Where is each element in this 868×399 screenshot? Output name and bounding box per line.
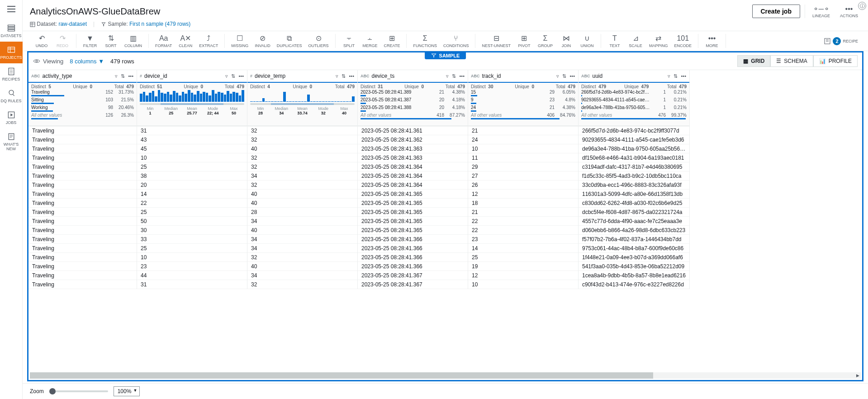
cell[interactable]: 25 — [137, 208, 247, 217]
cell[interactable]: Traveling — [28, 144, 137, 153]
range-slider[interactable] — [250, 103, 355, 105]
cell[interactable]: 19 — [468, 262, 578, 271]
cell[interactable]: Traveling — [28, 262, 137, 271]
cell[interactable]: 2023-05-25 08:28:41.367 — [358, 271, 468, 280]
filter-icon[interactable]: ▿ — [556, 73, 560, 80]
view-grid-button[interactable]: ▦ GRID — [737, 55, 770, 67]
cell[interactable]: de96a3e4-788b-41ba-9750-605aa25b5601 — [579, 144, 689, 153]
cell[interactable]: 31 — [137, 126, 247, 135]
cell[interactable]: 2023-05-25 08:28:41.366 — [358, 244, 468, 253]
lineage-button[interactable]: ⚬─⚬LINEAGE — [810, 4, 833, 19]
cell[interactable]: 2023-05-25 08:28:41.363 — [358, 144, 468, 153]
sort-icon[interactable]: ⇅ — [120, 73, 125, 80]
cell[interactable]: 29 — [468, 162, 578, 171]
cell[interactable]: 116301a3-5099-4dfc-a80e-66d1358f13db — [579, 190, 689, 199]
filter-icon[interactable]: ▿ — [114, 73, 118, 80]
cell[interactable]: Traveling — [28, 226, 137, 235]
filter-icon[interactable]: ▿ — [225, 73, 228, 80]
cell[interactable]: 2023-05-25 08:28:41.364 — [358, 162, 468, 171]
undo-button[interactable]: ↶UNDO — [34, 34, 49, 48]
cell[interactable]: 10 — [468, 280, 578, 289]
cell[interactable]: 12 — [468, 190, 578, 199]
cell[interactable]: 28 — [247, 208, 357, 217]
cell[interactable]: 31 — [137, 280, 247, 289]
scroll-thumb[interactable] — [30, 372, 653, 379]
extract-button[interactable]: ⤴EXTRACT — [199, 34, 218, 48]
cell[interactable]: 43 — [137, 135, 247, 144]
cell[interactable]: Traveling — [28, 199, 137, 208]
filter-icon[interactable]: ▿ — [446, 73, 449, 80]
column-header[interactable]: # device_temp ▿ ⇅ ••• — [247, 70, 357, 83]
duplicates-button[interactable]: ⧉DUPLICATES — [277, 34, 302, 48]
cell[interactable]: df150e68-e466-4a31-b904-6a193aec0181 — [579, 153, 689, 162]
cell[interactable]: 33 — [137, 235, 247, 244]
cell[interactable]: c90f43d2-b413-474e-976c-e3227ed8226d — [579, 280, 689, 289]
column-menu-icon[interactable]: ••• — [680, 73, 687, 79]
create-job-button[interactable]: Create job — [752, 5, 800, 18]
nav-whats-new[interactable]: WHAT'S NEW — [0, 128, 23, 155]
range-slider[interactable] — [140, 103, 244, 105]
cell[interactable]: 30 — [137, 226, 247, 235]
cell[interactable]: 34 — [247, 171, 357, 180]
cell[interactable]: 40 — [247, 199, 357, 208]
nav-datasets[interactable]: DATASETS — [0, 20, 23, 42]
mapping-button[interactable]: ⇄MAPPING — [649, 34, 668, 48]
nav-projects[interactable]: PROJECTS — [0, 42, 23, 63]
columns-dropdown[interactable]: 8 columns ▼ — [70, 58, 104, 65]
sort-icon[interactable]: ⇅ — [673, 73, 678, 80]
pivot-button[interactable]: ⊞PIVOT — [517, 34, 531, 48]
cell[interactable]: 23 — [468, 235, 578, 244]
cell[interactable]: 24 — [468, 135, 578, 144]
cell[interactable]: 40 — [247, 226, 357, 235]
clean-button[interactable]: A✕CLEAN — [178, 34, 193, 48]
scale-button[interactable]: ⊿SCALE — [628, 34, 643, 48]
cell[interactable]: 9753c061-44ac-48b4-b8a7-600f9de60c86 — [579, 244, 689, 253]
cell[interactable]: Traveling — [28, 190, 137, 199]
cell[interactable]: 2023-05-25 08:28:41.366 — [358, 253, 468, 262]
cell[interactable]: f57f07b2-7b6a-4f02-837a-1446434bb7dd — [579, 235, 689, 244]
cell[interactable]: 25 — [468, 253, 578, 262]
column-menu-icon[interactable]: ••• — [348, 73, 355, 79]
recipe-panel-toggle[interactable]: 2 RECIPE — [824, 37, 863, 45]
cell[interactable]: 25 — [137, 244, 247, 253]
sort-icon[interactable]: ⇅ — [231, 73, 236, 80]
cell[interactable]: 2023-05-25 08:28:41.366 — [358, 262, 468, 271]
cell[interactable]: dcbc5f4e-f608-4d87-8675-da022321724a — [579, 208, 689, 217]
encode-button[interactable]: 101ENCODE — [674, 34, 692, 48]
cell[interactable]: 32 — [247, 253, 357, 262]
join-button[interactable]: ⋈JOIN — [559, 34, 574, 48]
column-header[interactable]: ABC device_ts ▿ ⇅ ••• — [358, 70, 468, 83]
cell[interactable]: Traveling — [28, 126, 137, 135]
cell[interactable]: 2023-05-25 08:28:41.365 — [358, 190, 468, 199]
cell[interactable]: 4557c77d-6dda-4f90-aaac-fe7c25eaaa3e — [579, 217, 689, 226]
cell[interactable]: 32 — [247, 180, 357, 190]
dataset-link[interactable]: raw-dataset — [58, 21, 87, 27]
invalid-button[interactable]: ⊘INVALID — [255, 34, 270, 48]
cell[interactable]: 2023-05-25 08:28:41.364 — [358, 180, 468, 190]
cell[interactable]: 10 — [468, 144, 578, 153]
cell[interactable]: 20 — [137, 180, 247, 190]
cell[interactable]: 21 — [468, 208, 578, 217]
cell[interactable]: 50 — [137, 217, 247, 226]
more-button[interactable]: •••MORE — [705, 34, 719, 48]
cell[interactable]: 34 — [247, 271, 357, 280]
cell[interactable]: 32 — [247, 126, 357, 135]
cell[interactable]: 26 — [468, 180, 578, 190]
cell[interactable]: Traveling — [28, 208, 137, 217]
cell[interactable]: 25 — [137, 162, 247, 171]
cell[interactable]: 2023-05-25 08:28:41.364 — [358, 171, 468, 180]
cell[interactable]: Traveling — [28, 135, 137, 144]
scroll-right-icon[interactable]: ▶ — [854, 372, 861, 379]
sort-button[interactable]: ⇅SORT — [104, 34, 118, 48]
cell[interactable]: Traveling — [28, 253, 137, 262]
filter-icon[interactable]: ▿ — [335, 73, 339, 80]
cell[interactable]: c830dd62-6262-4fd8-a030-f02c6b6e9d25 — [579, 199, 689, 208]
cell[interactable]: 11 — [468, 153, 578, 162]
cell[interactable]: 22 — [137, 199, 247, 208]
cell[interactable]: f1d5c33c-85f5-4ad3-b9c2-10db5bc110ca — [579, 171, 689, 180]
cell[interactable]: 541f3aa0-035b-4d43-853e-06ba52212d09 — [579, 262, 689, 271]
conditions-button[interactable]: ⑂CONDITIONS — [443, 34, 469, 48]
cell[interactable]: 2023-05-25 08:28:41.365 — [358, 217, 468, 226]
cell[interactable]: 2023-05-25 08:28:41.362 — [358, 135, 468, 144]
nav-recipes[interactable]: RECIPES — [0, 63, 23, 85]
